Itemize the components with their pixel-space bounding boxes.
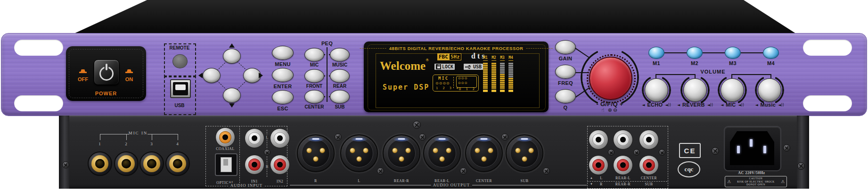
iec-prong bbox=[737, 146, 740, 153]
enter-label: ENTER bbox=[274, 83, 292, 89]
ac-rating-label: AC 220V/50Hz bbox=[738, 171, 765, 175]
usb-badge-label: USB bbox=[473, 64, 482, 69]
peq-rear-label: REAR bbox=[333, 83, 346, 89]
nav-left-button[interactable] bbox=[203, 68, 221, 83]
xlr-label-l: L bbox=[358, 179, 360, 183]
screw bbox=[659, 149, 665, 156]
led-connector-line bbox=[703, 52, 725, 53]
rack-slot-hole bbox=[803, 95, 852, 111]
arrow-down-icon bbox=[229, 103, 235, 108]
peq-label: PEQ bbox=[321, 41, 333, 46]
screw bbox=[264, 149, 270, 156]
peq-front-button[interactable] bbox=[304, 69, 324, 83]
memory-label-m3: M3 bbox=[729, 60, 737, 66]
d-labels: D 1 2 bbox=[459, 87, 476, 91]
up-arrow-icon: ▲ bbox=[590, 176, 593, 179]
memory-label-m4: M4 bbox=[767, 60, 775, 66]
power-label: POWER bbox=[95, 91, 117, 96]
audio-output-line bbox=[290, 185, 431, 185]
led-connector-line bbox=[664, 52, 687, 53]
hand-zoom-icons: ☝ ⊕⊖ bbox=[601, 107, 619, 113]
menu-button[interactable] bbox=[272, 46, 294, 60]
peq-front-label: FRONT bbox=[306, 83, 322, 89]
mic-jack-2 bbox=[114, 151, 139, 176]
lineout-r-jack bbox=[589, 155, 608, 175]
fbc-badge: FBC 5Hz bbox=[437, 53, 461, 60]
lineout-label-rear-r: REAR-R bbox=[615, 182, 631, 186]
lineout-label-l: L bbox=[600, 176, 602, 180]
d-dots-row2: ⊙⊙⊙ bbox=[458, 81, 468, 85]
coaxial-jack bbox=[215, 127, 235, 147]
karaoke-processor-product-image: OFF ON POWER REMOTE USB MENU ENTER ESC P… bbox=[0, 0, 868, 192]
speaker-max-icon: ◄)) bbox=[738, 103, 744, 107]
peq-mic-button[interactable] bbox=[304, 48, 324, 62]
screw bbox=[460, 167, 467, 175]
nav-down-button[interactable] bbox=[223, 88, 241, 103]
mic-box-divider bbox=[453, 77, 454, 88]
screw bbox=[413, 121, 421, 129]
meter-label-m1: M1 bbox=[483, 56, 488, 61]
esc-button[interactable] bbox=[272, 90, 294, 104]
screw bbox=[377, 167, 384, 175]
peq-music-button[interactable] bbox=[330, 48, 350, 62]
meter-label-m4: M4 bbox=[508, 56, 513, 61]
power-icon bbox=[99, 67, 114, 81]
welcome-text: Welcome® bbox=[380, 58, 429, 73]
esc-label: ESC bbox=[277, 106, 288, 111]
freq-button[interactable] bbox=[555, 65, 576, 79]
reverb-knob-label-row: ◄ REVERB ◄)) bbox=[677, 102, 713, 108]
lineout-rear-l-jack bbox=[613, 130, 633, 150]
nav-up-button[interactable] bbox=[223, 49, 241, 64]
down-arrow-icon: ▼ bbox=[590, 183, 593, 185]
screw bbox=[712, 147, 719, 155]
echo-volume-knob[interactable] bbox=[645, 78, 668, 102]
xlr-out-l bbox=[340, 134, 378, 172]
mic-in-number-3: 3 bbox=[150, 142, 153, 146]
in2-left-jack bbox=[270, 128, 290, 148]
usb-port bbox=[170, 79, 191, 98]
peq-rear-button[interactable] bbox=[330, 69, 350, 83]
caution-box: ⚠ CAUTION RISK OF ELECTRIC SHOCK DONOT O… bbox=[725, 176, 787, 187]
mic-volume-knob[interactable] bbox=[721, 78, 744, 102]
line-out-divider bbox=[587, 181, 667, 182]
lineout-label-r: R bbox=[600, 182, 603, 186]
mic-volume-label: MIC bbox=[726, 102, 736, 108]
xlr-out-rear-r bbox=[383, 134, 420, 172]
mic-in-label: MIC IN bbox=[129, 131, 148, 135]
lock-badge: LOCK bbox=[434, 64, 455, 70]
ce-mark: CE bbox=[679, 143, 701, 158]
gain-button[interactable] bbox=[555, 40, 576, 54]
q-button[interactable] bbox=[555, 89, 576, 103]
fbc-label: FBC bbox=[438, 54, 449, 60]
reverb-volume-knob[interactable] bbox=[683, 78, 707, 102]
speaker-min-icon: ◄ bbox=[755, 103, 758, 107]
title-dash-left bbox=[360, 48, 386, 49]
speaker-max-icon: ◄)) bbox=[665, 103, 671, 107]
speaker-max-icon: ◄)) bbox=[778, 103, 784, 107]
peq-music-label: MUSIC bbox=[332, 62, 347, 67]
audio-output-label: AUDIO OUTPUT bbox=[431, 183, 472, 187]
screw bbox=[783, 144, 790, 151]
lineout-center-jack bbox=[639, 130, 659, 150]
usb-label: USB bbox=[174, 103, 184, 108]
power-button[interactable] bbox=[94, 59, 119, 85]
lineout-rear-r-jack bbox=[613, 155, 633, 175]
enter-button[interactable] bbox=[272, 68, 294, 82]
meter-label-m2: M2 bbox=[491, 56, 496, 61]
title-dash-right bbox=[526, 48, 552, 49]
speaker-min-icon: ◄ bbox=[721, 103, 723, 107]
screw bbox=[501, 134, 508, 141]
gfq-rotary-knob[interactable] bbox=[589, 57, 632, 100]
optical-port bbox=[215, 153, 237, 176]
peq-center-button[interactable] bbox=[304, 90, 324, 104]
screw bbox=[335, 134, 342, 141]
cqc-mark: cqc bbox=[678, 161, 700, 177]
mic-jack-1 bbox=[88, 151, 112, 176]
mic-jack-3 bbox=[139, 151, 164, 176]
mic-knob-label-row: ◄ MIC ◄)) bbox=[721, 102, 744, 108]
lock-label: LOCK bbox=[442, 64, 453, 69]
music-volume-knob[interactable] bbox=[758, 78, 781, 102]
memory-led-m2 bbox=[687, 47, 703, 59]
speaker-min-icon: ◄ bbox=[677, 103, 680, 107]
peq-sub-button[interactable] bbox=[330, 90, 350, 104]
